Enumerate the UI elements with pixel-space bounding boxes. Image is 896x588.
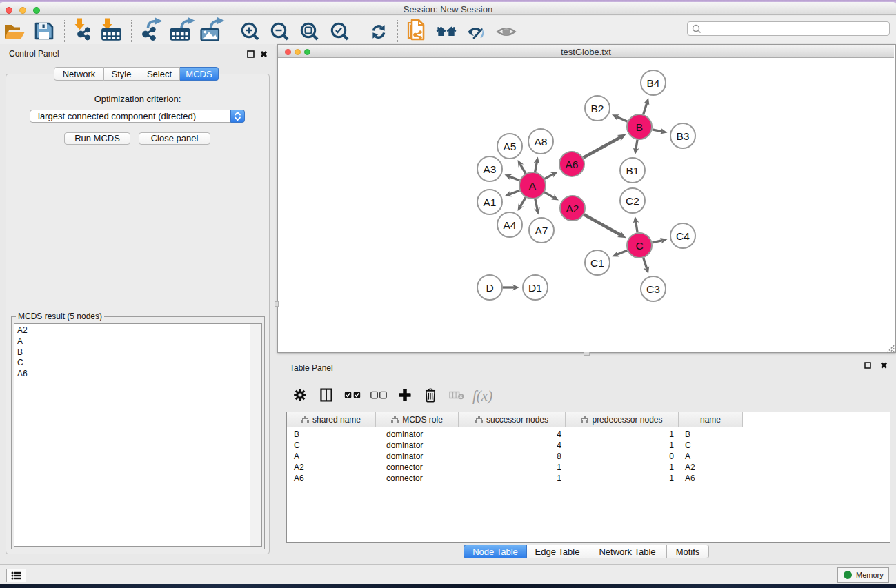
svg-text:A4: A4 [504, 219, 517, 231]
svg-text:C2: C2 [626, 195, 639, 207]
svg-text:A6: A6 [566, 159, 579, 170]
svg-text:B1: B1 [626, 165, 639, 176]
svg-text:f(x): f(x) [472, 387, 492, 404]
svg-text:C1: C1 [590, 257, 604, 269]
svg-text:A: A [529, 180, 537, 192]
svg-text:A8: A8 [535, 136, 548, 148]
svg-text:C: C [635, 240, 643, 252]
svg-text:B3: B3 [677, 130, 690, 142]
svg-text:A7: A7 [535, 225, 548, 236]
svg-text:D: D [486, 282, 493, 294]
svg-text:A5: A5 [504, 141, 517, 152]
svg-text:C4: C4 [676, 230, 690, 242]
svg-text:D1: D1 [528, 282, 542, 294]
svg-text:A2: A2 [566, 203, 579, 214]
svg-text:B2: B2 [591, 103, 604, 114]
svg-text:C3: C3 [646, 283, 660, 295]
svg-text:A3: A3 [484, 163, 497, 175]
svg-text:A1: A1 [484, 196, 497, 208]
svg-text:B: B [636, 121, 643, 133]
svg-text:B4: B4 [647, 77, 660, 89]
